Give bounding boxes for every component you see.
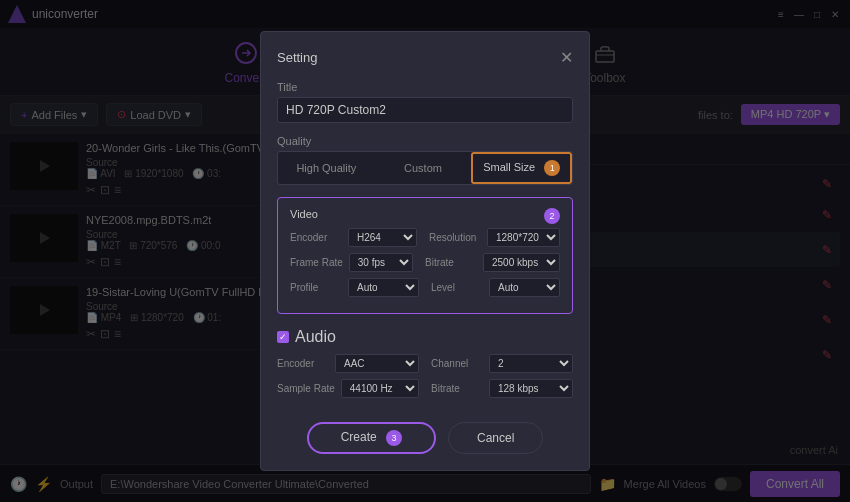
- setting-modal: Setting ✕ Title Quality High Quality Cus…: [260, 31, 590, 471]
- bitrate-label: Bitrate: [425, 257, 477, 268]
- audio-samplerate-pair: Sample Rate 44100 Hz: [277, 379, 419, 398]
- framerate-label: Frame Rate: [290, 257, 343, 268]
- quality-small-btn[interactable]: Small Size 1: [471, 152, 572, 184]
- cancel-button[interactable]: Cancel: [448, 422, 543, 454]
- audio-encoder-select[interactable]: AAC: [335, 354, 419, 373]
- audio-label: Audio: [295, 328, 336, 346]
- modal-close-button[interactable]: ✕: [560, 48, 573, 67]
- resolution-select[interactable]: 1280*720: [487, 228, 560, 247]
- audio-encoder-channel-row: Encoder AAC Channel 2: [277, 354, 573, 373]
- modal-overlay: Setting ✕ Title Quality High Quality Cus…: [0, 0, 850, 502]
- quality-high-btn[interactable]: High Quality: [278, 152, 375, 184]
- encoder-label: Encoder: [290, 232, 342, 243]
- audio-bitrate-select[interactable]: 128 kbps: [489, 379, 573, 398]
- profile-pair: Profile Auto: [290, 278, 419, 297]
- video-section: Video 2 Encoder H264 Resolution 1280*720: [277, 197, 573, 314]
- badge-1: 1: [544, 160, 560, 176]
- create-button[interactable]: Create 3: [307, 422, 436, 454]
- badge-3: 3: [386, 430, 402, 446]
- video-section-title: Video 2: [290, 208, 560, 220]
- encoder-resolution-row: Encoder H264 Resolution 1280*720: [290, 228, 560, 247]
- framerate-pair: Frame Rate 30 fps: [290, 253, 413, 272]
- quality-small-label: Small Size: [483, 161, 535, 173]
- level-pair: Level Auto: [431, 278, 560, 297]
- encoder-pair: Encoder H264: [290, 228, 417, 247]
- audio-section: ✓ Audio Encoder AAC Channel 2: [277, 324, 573, 408]
- level-label: Level: [431, 282, 483, 293]
- framerate-select[interactable]: 30 fps: [349, 253, 413, 272]
- badge-2: 2: [544, 208, 560, 224]
- bitrate-select[interactable]: 2500 kbps: [483, 253, 560, 272]
- create-label: Create: [341, 430, 377, 444]
- audio-channel-pair: Channel 2: [431, 354, 573, 373]
- resolution-label: Resolution: [429, 232, 481, 243]
- audio-channel-select[interactable]: 2: [489, 354, 573, 373]
- encoder-select[interactable]: H264: [348, 228, 417, 247]
- video-label: Video: [290, 208, 318, 220]
- profile-level-row: Profile Auto Level Auto: [290, 278, 560, 297]
- level-select[interactable]: Auto: [489, 278, 560, 297]
- modal-header: Setting ✕: [277, 48, 573, 67]
- audio-encoder-pair: Encoder AAC: [277, 354, 419, 373]
- profile-label: Profile: [290, 282, 342, 293]
- audio-bitrate-label: Bitrate: [431, 383, 483, 394]
- title-field-label: Title: [277, 81, 573, 93]
- audio-check-icon: ✓: [277, 331, 289, 343]
- audio-samplerate-label: Sample Rate: [277, 383, 335, 394]
- audio-checkbox[interactable]: ✓ Audio: [277, 328, 573, 346]
- modal-title: Setting: [277, 50, 317, 65]
- bitrate-pair: Bitrate 2500 kbps: [425, 253, 560, 272]
- title-field-input[interactable]: [277, 97, 573, 123]
- audio-bitrate-pair: Bitrate 128 kbps: [431, 379, 573, 398]
- audio-samplerate-bitrate-row: Sample Rate 44100 Hz Bitrate 128 kbps: [277, 379, 573, 398]
- quality-label: Quality: [277, 135, 573, 147]
- modal-actions: Create 3 Cancel: [277, 422, 573, 454]
- audio-channel-label: Channel: [431, 358, 483, 369]
- quality-selector: High Quality Custom Small Size 1: [277, 151, 573, 185]
- quality-custom-btn[interactable]: Custom: [375, 152, 472, 184]
- audio-samplerate-select[interactable]: 44100 Hz: [341, 379, 419, 398]
- profile-select[interactable]: Auto: [348, 278, 419, 297]
- framerate-bitrate-row: Frame Rate 30 fps Bitrate 2500 kbps: [290, 253, 560, 272]
- audio-encoder-label: Encoder: [277, 358, 329, 369]
- resolution-pair: Resolution 1280*720: [429, 228, 560, 247]
